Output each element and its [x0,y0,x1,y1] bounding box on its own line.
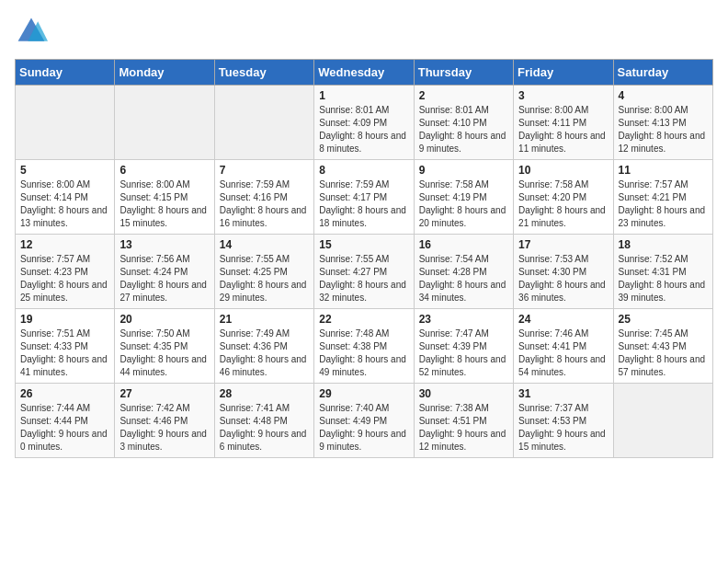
day-info: Sunrise: 7:41 AM Sunset: 4:48 PM Dayligh… [220,402,309,454]
day-number: 6 [119,164,209,177]
calendar-cell: 12Sunrise: 7:57 AM Sunset: 4:23 PM Dayli… [16,235,115,309]
day-info: Sunrise: 7:55 AM Sunset: 4:25 PM Dayligh… [220,253,309,304]
calendar-cell: 14Sunrise: 7:55 AM Sunset: 4:25 PM Dayli… [214,235,313,309]
day-info: Sunrise: 7:58 AM Sunset: 4:19 PM Dayligh… [419,178,508,230]
day-number: 7 [220,164,309,177]
day-info: Sunrise: 7:46 AM Sunset: 4:41 PM Dayligh… [518,327,608,379]
day-info: Sunrise: 7:58 AM Sunset: 4:20 PM Dayligh… [518,178,608,230]
day-number: 29 [319,387,408,400]
calendar-cell: 28Sunrise: 7:41 AM Sunset: 4:48 PM Dayli… [214,384,313,458]
calendar-cell: 26Sunrise: 7:44 AM Sunset: 4:44 PM Dayli… [16,384,115,458]
logo-icon [15,15,48,48]
calendar-cell: 19Sunrise: 7:51 AM Sunset: 4:33 PM Dayli… [16,309,115,384]
calendar-cell: 2Sunrise: 8:01 AM Sunset: 4:10 PM Daylig… [414,86,513,160]
day-number: 25 [619,313,708,326]
day-info: Sunrise: 7:50 AM Sunset: 4:35 PM Dayligh… [119,327,209,379]
calendar-cell [115,86,214,160]
day-number: 28 [220,387,309,400]
day-info: Sunrise: 7:57 AM Sunset: 4:21 PM Dayligh… [619,178,708,230]
calendar-table: SundayMondayTuesdayWednesdayThursdayFrid… [15,59,713,458]
calendar-cell: 15Sunrise: 7:55 AM Sunset: 4:27 PM Dayli… [314,235,414,309]
header [15,15,713,48]
day-info: Sunrise: 7:57 AM Sunset: 4:23 PM Dayligh… [20,253,109,304]
calendar-cell: 9Sunrise: 7:58 AM Sunset: 4:19 PM Daylig… [414,160,513,235]
day-info: Sunrise: 7:40 AM Sunset: 4:49 PM Dayligh… [319,402,408,454]
day-number: 24 [518,313,608,326]
day-number: 12 [20,238,109,251]
day-number: 11 [619,164,708,177]
day-number: 4 [619,89,708,102]
day-info: Sunrise: 7:38 AM Sunset: 4:51 PM Dayligh… [419,402,508,454]
day-number: 15 [319,238,408,251]
day-number: 23 [419,313,508,326]
day-number: 14 [220,238,309,251]
day-info: Sunrise: 8:01 AM Sunset: 4:10 PM Dayligh… [419,104,508,155]
calendar-cell: 11Sunrise: 7:57 AM Sunset: 4:21 PM Dayli… [613,160,712,235]
day-number: 13 [119,238,209,251]
day-number: 3 [518,89,608,102]
day-number: 18 [619,238,708,251]
day-number: 1 [319,89,408,102]
day-info: Sunrise: 7:55 AM Sunset: 4:27 PM Dayligh… [319,253,408,304]
calendar-week-row: 26Sunrise: 7:44 AM Sunset: 4:44 PM Dayli… [16,384,713,458]
day-info: Sunrise: 7:53 AM Sunset: 4:30 PM Dayligh… [518,253,608,304]
day-info: Sunrise: 7:48 AM Sunset: 4:38 PM Dayligh… [319,327,408,379]
day-number: 30 [419,387,508,400]
day-info: Sunrise: 7:49 AM Sunset: 4:36 PM Dayligh… [220,327,309,379]
calendar-cell: 21Sunrise: 7:49 AM Sunset: 4:36 PM Dayli… [214,309,313,384]
day-info: Sunrise: 7:47 AM Sunset: 4:39 PM Dayligh… [419,327,508,379]
calendar-header-row: SundayMondayTuesdayWednesdayThursdayFrid… [16,60,713,86]
day-number: 31 [518,387,608,400]
calendar-week-row: 19Sunrise: 7:51 AM Sunset: 4:33 PM Dayli… [16,309,713,384]
day-info: Sunrise: 7:59 AM Sunset: 4:16 PM Dayligh… [220,178,309,230]
calendar-week-row: 5Sunrise: 8:00 AM Sunset: 4:14 PM Daylig… [16,160,713,235]
calendar-cell: 4Sunrise: 8:00 AM Sunset: 4:13 PM Daylig… [613,86,712,160]
calendar-cell: 31Sunrise: 7:37 AM Sunset: 4:53 PM Dayli… [514,384,613,458]
calendar-cell: 20Sunrise: 7:50 AM Sunset: 4:35 PM Dayli… [115,309,214,384]
day-info: Sunrise: 7:42 AM Sunset: 4:46 PM Dayligh… [119,402,209,454]
header-thursday: Thursday [414,60,513,86]
logo [15,15,51,48]
calendar-cell: 7Sunrise: 7:59 AM Sunset: 4:16 PM Daylig… [214,160,313,235]
day-info: Sunrise: 8:00 AM Sunset: 4:15 PM Dayligh… [119,178,209,230]
day-info: Sunrise: 8:00 AM Sunset: 4:13 PM Dayligh… [619,104,708,155]
calendar-cell: 30Sunrise: 7:38 AM Sunset: 4:51 PM Dayli… [414,384,513,458]
day-info: Sunrise: 7:44 AM Sunset: 4:44 PM Dayligh… [20,402,109,454]
calendar-cell: 10Sunrise: 7:58 AM Sunset: 4:20 PM Dayli… [514,160,613,235]
day-number: 10 [518,164,608,177]
day-number: 8 [319,164,408,177]
day-info: Sunrise: 7:56 AM Sunset: 4:24 PM Dayligh… [119,253,209,304]
calendar-cell: 22Sunrise: 7:48 AM Sunset: 4:38 PM Dayli… [314,309,414,384]
day-number: 22 [319,313,408,326]
calendar-cell: 3Sunrise: 8:00 AM Sunset: 4:11 PM Daylig… [514,86,613,160]
calendar-week-row: 12Sunrise: 7:57 AM Sunset: 4:23 PM Dayli… [16,235,713,309]
day-info: Sunrise: 7:51 AM Sunset: 4:33 PM Dayligh… [20,327,109,379]
calendar-cell: 13Sunrise: 7:56 AM Sunset: 4:24 PM Dayli… [115,235,214,309]
calendar-cell: 6Sunrise: 8:00 AM Sunset: 4:15 PM Daylig… [115,160,214,235]
calendar-cell: 27Sunrise: 7:42 AM Sunset: 4:46 PM Dayli… [115,384,214,458]
day-info: Sunrise: 7:45 AM Sunset: 4:43 PM Dayligh… [619,327,708,379]
header-saturday: Saturday [613,60,712,86]
calendar-cell: 24Sunrise: 7:46 AM Sunset: 4:41 PM Dayli… [514,309,613,384]
calendar-cell: 1Sunrise: 8:01 AM Sunset: 4:09 PM Daylig… [314,86,414,160]
calendar-cell: 18Sunrise: 7:52 AM Sunset: 4:31 PM Dayli… [613,235,712,309]
day-info: Sunrise: 7:54 AM Sunset: 4:28 PM Dayligh… [419,253,508,304]
calendar-cell: 16Sunrise: 7:54 AM Sunset: 4:28 PM Dayli… [414,235,513,309]
calendar-cell: 29Sunrise: 7:40 AM Sunset: 4:49 PM Dayli… [314,384,414,458]
calendar-week-row: 1Sunrise: 8:01 AM Sunset: 4:09 PM Daylig… [16,86,713,160]
day-number: 21 [220,313,309,326]
calendar-cell: 23Sunrise: 7:47 AM Sunset: 4:39 PM Dayli… [414,309,513,384]
day-info: Sunrise: 8:00 AM Sunset: 4:14 PM Dayligh… [20,178,109,230]
day-number: 2 [419,89,508,102]
day-info: Sunrise: 7:52 AM Sunset: 4:31 PM Dayligh… [619,253,708,304]
calendar-cell [613,384,712,458]
calendar-cell [214,86,313,160]
header-wednesday: Wednesday [314,60,414,86]
calendar-cell [16,86,115,160]
day-number: 26 [20,387,109,400]
day-number: 9 [419,164,508,177]
day-number: 5 [20,164,109,177]
header-sunday: Sunday [16,60,115,86]
header-tuesday: Tuesday [214,60,313,86]
calendar-cell: 25Sunrise: 7:45 AM Sunset: 4:43 PM Dayli… [613,309,712,384]
